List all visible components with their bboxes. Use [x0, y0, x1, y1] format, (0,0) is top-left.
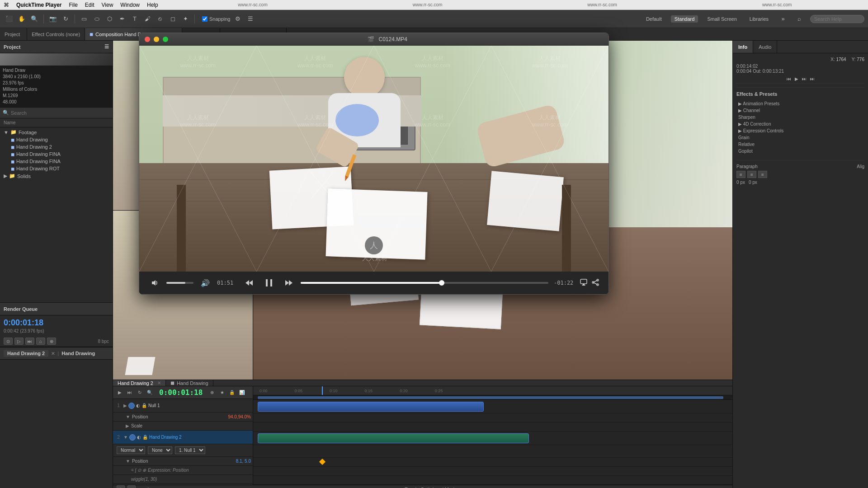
- project-search-input[interactable]: [11, 110, 110, 116]
- qt-rewind-btn[interactable]: [243, 277, 255, 289]
- rp-end-btn[interactable]: ⏭: [810, 76, 815, 81]
- layer-track-matte[interactable]: None: [148, 446, 172, 454]
- tab-project[interactable]: Project: [0, 28, 27, 40]
- layer-mode-select[interactable]: Normal: [117, 446, 145, 454]
- render-ctrl-2[interactable]: ▷: [14, 338, 24, 345]
- ellipse-tool-btn[interactable]: ⬭: [91, 14, 102, 24]
- qt-volume-icon[interactable]: [148, 277, 161, 289]
- apple-menu[interactable]: ⌘: [4, 2, 9, 8]
- workspace-default[interactable]: Default: [642, 15, 665, 23]
- layer-lock-2[interactable]: 🔒: [142, 435, 148, 440]
- tree-item-hand-drawing[interactable]: ◼ Hand Drawing: [0, 136, 113, 143]
- qt-maximize-btn[interactable]: [163, 37, 168, 42]
- expr-icons[interactable]: = ∫ ⊙ ⊕: [131, 468, 146, 473]
- render-ctrl-4[interactable]: ⌂: [36, 338, 45, 345]
- layer-expand-2[interactable]: ▼: [123, 435, 128, 440]
- tree-item-hand-drawing-rot[interactable]: ◼ Hand Drawing ROT: [0, 165, 113, 172]
- align-left-btn[interactable]: ≡: [736, 171, 745, 178]
- track-bar-2[interactable]: [258, 433, 529, 443]
- qt-airplay-btn[interactable]: [580, 278, 588, 288]
- effect-channel[interactable]: ▶ Channel: [736, 107, 864, 114]
- tl-bottom-btn3[interactable]: ▸: [726, 487, 729, 488]
- audio-tab[interactable]: Audio: [753, 41, 777, 53]
- rect-tool-btn[interactable]: ▭: [79, 14, 90, 24]
- quicktime-window[interactable]: 🎬 C0124.MP4: [139, 33, 609, 295]
- info-tab[interactable]: Info: [733, 41, 753, 53]
- tl-settings-icon[interactable]: ⚙: [146, 487, 151, 488]
- select-tool-btn[interactable]: ⬛: [4, 14, 14, 24]
- help-menu[interactable]: Help: [147, 2, 158, 8]
- prop-val-position[interactable]: 94.0,94.0%: [228, 414, 251, 419]
- timeline-header-close1[interactable]: ✕: [51, 351, 55, 356]
- edit-menu[interactable]: Edit: [85, 2, 94, 8]
- timeline-header-tab1[interactable]: Hand Drawing 2: [4, 350, 48, 357]
- timecode-display[interactable]: 0:00:01:18: [159, 388, 203, 397]
- effect-gopilot[interactable]: Gopilot: [736, 148, 864, 155]
- poly-tool-btn[interactable]: ⬡: [104, 14, 115, 24]
- tl-add-btn[interactable]: ⊕: [208, 389, 216, 397]
- effect-grain[interactable]: Grain: [736, 134, 864, 141]
- tl-bottom-btn1[interactable]: ◂: [714, 487, 717, 488]
- zoom-tool-btn[interactable]: 🔍: [29, 14, 40, 24]
- more-workspaces-btn[interactable]: »: [778, 14, 788, 24]
- rp-prev-btn[interactable]: ⏮: [787, 76, 791, 81]
- text-tool-btn[interactable]: T: [129, 14, 140, 24]
- tl-solo-btn[interactable]: ★: [218, 389, 226, 397]
- rotate-tool-btn[interactable]: ↻: [60, 14, 71, 24]
- hand-tool-btn[interactable]: ✋: [16, 14, 27, 24]
- prop-val-pos2[interactable]: 8.1, 5.0: [236, 459, 251, 464]
- qt-progress-bar[interactable]: [301, 282, 548, 284]
- layer-lock-1[interactable]: 🔒: [142, 403, 147, 408]
- rp-play-btn[interactable]: ▶: [795, 76, 798, 81]
- tab-effect-controls[interactable]: Effect Controls (none): [27, 28, 85, 40]
- solids-folder[interactable]: ▶ 📁 Solids: [0, 172, 113, 180]
- workspace-libraries[interactable]: Libraries: [746, 15, 772, 23]
- layer-solo-1[interactable]: ◐: [136, 403, 140, 408]
- prop-expand-scale[interactable]: ▶: [126, 423, 129, 428]
- puppet-tool-btn[interactable]: ✦: [180, 14, 191, 24]
- layer-row-2[interactable]: 2 ▼ ◐ 🔒 Hand Drawing 2: [113, 431, 253, 444]
- tl-zoom-out-btn[interactable]: -: [127, 485, 136, 488]
- file-menu[interactable]: File: [69, 2, 78, 8]
- snapping-extra-btn[interactable]: ☰: [245, 14, 256, 24]
- search-input[interactable]: [810, 15, 864, 23]
- app-name[interactable]: QuickTime Player: [16, 2, 62, 8]
- keyframe-1[interactable]: [319, 459, 326, 465]
- search-icon[interactable]: ⌕: [794, 14, 805, 24]
- effect-anim-presets[interactable]: ▶ Animation Presets: [736, 100, 864, 107]
- qt-fastforward-btn[interactable]: [283, 277, 295, 289]
- view-menu[interactable]: View: [102, 2, 113, 8]
- render-ctrl-1[interactable]: ⊙: [4, 338, 13, 345]
- tree-item-hand-drawing-final[interactable]: ◼ Hand Drawing FINA: [0, 150, 113, 158]
- prop-expand[interactable]: ▼: [126, 414, 130, 419]
- tl-lock-btn[interactable]: 🔒: [228, 389, 236, 397]
- tl-graph-btn[interactable]: 📊: [238, 389, 246, 397]
- playhead[interactable]: [322, 386, 323, 395]
- render-ctrl-3[interactable]: ⏭: [25, 338, 34, 345]
- align-center-btn[interactable]: ≡: [747, 171, 756, 178]
- quicktime-video[interactable]: 人人素材 www.rr-sc.com 人人素材 www.rr-sc.com 人人…: [139, 46, 609, 272]
- snapping-checkbox[interactable]: [202, 16, 208, 22]
- tl-play-btn[interactable]: ▶: [116, 389, 124, 397]
- qt-share-btn[interactable]: [591, 278, 599, 288]
- stamp-tool-btn[interactable]: ⎋: [155, 14, 165, 24]
- tl-step-btn[interactable]: ⏭: [126, 389, 134, 397]
- track-bar-1[interactable]: [258, 402, 484, 412]
- qt-pause-btn[interactable]: [261, 275, 277, 291]
- effect-4d[interactable]: ▶ 4D Correction: [736, 121, 864, 127]
- effect-expr-ctrl[interactable]: ▶ Expression Controls: [736, 127, 864, 134]
- window-menu[interactable]: Window: [120, 2, 140, 8]
- tl-home-icon[interactable]: ⌂: [140, 487, 143, 488]
- timeline-tab-1[interactable]: Hand Drawing 2 ✕: [113, 380, 166, 386]
- qt-minimize-btn[interactable]: [154, 37, 159, 42]
- timeline-header-tab2[interactable]: Hand Drawing: [61, 351, 95, 356]
- effect-relative[interactable]: Relative: [736, 141, 864, 148]
- timeline-tab1-close[interactable]: ✕: [157, 380, 161, 385]
- prop-expand-pos2[interactable]: ▼: [126, 459, 130, 464]
- tl-zoom-in-btn[interactable]: +: [117, 485, 125, 488]
- tl-loop-btn[interactable]: ↻: [136, 389, 144, 397]
- eraser-tool-btn[interactable]: ◻: [167, 14, 178, 24]
- rp-next-btn[interactable]: ⏭: [802, 76, 807, 81]
- footage-folder[interactable]: ▼ 📁 Footage: [0, 128, 113, 136]
- timeline-tab-2[interactable]: ◼ Hand Drawing: [166, 380, 213, 386]
